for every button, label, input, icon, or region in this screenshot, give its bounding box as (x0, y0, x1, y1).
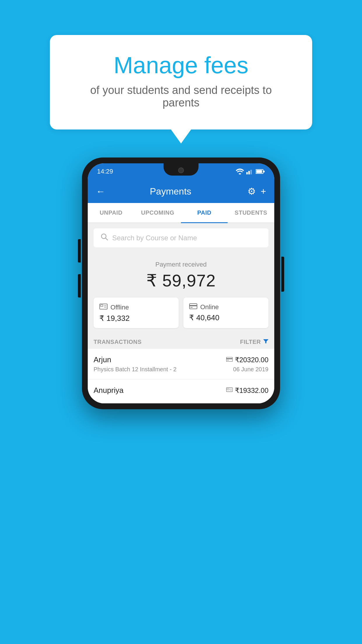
hero-title: Manage fees (73, 52, 289, 78)
settings-button[interactable]: ⚙ (247, 187, 256, 196)
cash-icon (99, 303, 108, 312)
svg-rect-5 (263, 171, 265, 172)
filter-label: FILTER (240, 339, 261, 345)
offline-amount: ₹ 19,332 (99, 314, 173, 323)
transaction-top-arjun: Arjun ₹20320.00 (94, 355, 268, 364)
payment-summary: Payment received ₹ 59,972 (88, 253, 274, 298)
transaction-amount-value: ₹19332.00 (235, 386, 268, 395)
tab-students[interactable]: STUDENTS (228, 203, 274, 223)
online-card: Online ₹ 40,640 (183, 298, 268, 328)
svg-rect-9 (101, 305, 103, 307)
transactions-header: TRANSACTIONS FILTER (88, 335, 274, 349)
battery-icon (256, 169, 265, 174)
app-bar: ← Payments ⚙ + (88, 180, 274, 203)
svg-rect-0 (246, 172, 248, 174)
transaction-list: Arjun ₹20320.00 (88, 349, 274, 403)
payment-label: Payment received (94, 261, 268, 268)
add-button[interactable]: + (261, 187, 266, 196)
svg-rect-17 (226, 358, 232, 359)
svg-rect-2 (250, 170, 252, 174)
transactions-label: TRANSACTIONS (94, 339, 142, 345)
table-row[interactable]: Arjun ₹20320.00 (88, 349, 274, 379)
phone-screen: 14:29 (88, 163, 274, 403)
app-bar-icons: ⚙ + (247, 187, 266, 196)
camera-notch (178, 167, 184, 173)
svg-marker-15 (263, 339, 268, 343)
card-icon (189, 303, 197, 311)
tab-unpaid[interactable]: UNPAID (88, 203, 134, 223)
search-section: Search by Course or Name (88, 223, 274, 253)
phone-notch (164, 163, 198, 176)
payment-total: ₹ 59,972 (94, 271, 268, 290)
card-payment-icon (226, 356, 233, 363)
hero-section: Manage fees of your students and send re… (50, 35, 312, 130)
offline-card: Offline ₹ 19,332 (94, 298, 179, 328)
transaction-amount-value: ₹20320.00 (235, 356, 268, 364)
speech-bubble: Manage fees of your students and send re… (50, 35, 312, 130)
svg-rect-19 (226, 388, 232, 392)
app-bar-title: Payments (99, 186, 242, 197)
offline-label: Offline (110, 304, 129, 311)
phone-outer: 14:29 (82, 158, 280, 409)
transaction-name: Arjun (94, 355, 111, 364)
status-bar: 14:29 (88, 163, 274, 180)
phone-mockup: 14:29 (82, 158, 280, 409)
filter-icon (263, 339, 268, 345)
hero-subtitle: of your students and send receipts to pa… (73, 84, 289, 109)
svg-rect-16 (226, 357, 232, 362)
svg-rect-18 (227, 360, 229, 360)
svg-rect-13 (189, 305, 197, 306)
transaction-name: Anupriya (94, 386, 124, 395)
offline-card-header: Offline (99, 303, 173, 312)
tabs-bar: UNPAID UPCOMING PAID STUDENTS (88, 203, 274, 223)
svg-rect-4 (256, 170, 262, 173)
search-placeholder: Search by Course or Name (112, 234, 197, 242)
payment-cards: Offline ₹ 19,332 Online (88, 298, 274, 335)
table-row[interactable]: Anupriya ₹19332.00 (88, 379, 274, 403)
svg-rect-1 (248, 171, 250, 174)
transaction-amount: ₹20320.00 (226, 356, 268, 364)
cash-payment-icon (226, 387, 233, 394)
transaction-bottom-arjun: Physics Batch 12 Installment - 2 06 June… (94, 366, 268, 373)
tab-upcoming[interactable]: UPCOMING (134, 203, 181, 223)
svg-rect-14 (190, 307, 193, 308)
status-icons (236, 169, 265, 174)
transaction-date: 06 June 2019 (233, 366, 268, 373)
tab-paid[interactable]: PAID (181, 203, 228, 223)
svg-line-7 (106, 238, 108, 240)
online-card-header: Online (189, 303, 263, 311)
filter-button[interactable]: FILTER (240, 339, 268, 345)
search-icon (101, 233, 108, 243)
status-time: 14:29 (97, 168, 113, 175)
wifi-icon (236, 169, 244, 174)
search-bar[interactable]: Search by Course or Name (94, 228, 268, 247)
svg-rect-20 (227, 388, 229, 390)
transaction-course: Physics Batch 12 Installment - 2 (94, 366, 177, 373)
transaction-top-anupriya: Anupriya ₹19332.00 (94, 386, 268, 395)
transaction-amount: ₹19332.00 (226, 386, 268, 395)
online-amount: ₹ 40,640 (189, 313, 263, 322)
signal-icon (246, 169, 253, 174)
online-label: Online (200, 303, 219, 311)
